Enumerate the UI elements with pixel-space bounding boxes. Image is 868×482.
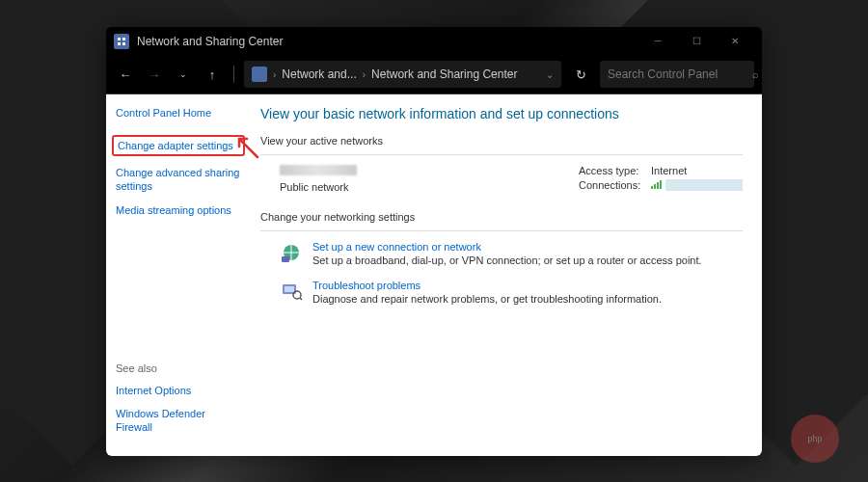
svg-rect-1 [122,38,125,40]
search-input[interactable] [608,67,752,81]
svg-rect-2 [118,42,121,45]
arrow-annotation-icon [233,133,262,162]
network-name-redacted [280,165,357,175]
sidebar-change-adapter-link[interactable]: Change adapter settings [112,135,245,156]
content-area: Control Panel Home Change adapter settin… [106,94,762,456]
breadcrumb[interactable]: › Network and... › Network and Sharing C… [244,61,561,88]
watermark-icon: php [791,415,839,463]
active-networks-label: View your active networks [260,135,743,147]
refresh-button[interactable]: ↻ [567,61,594,88]
access-type-label: Access type: [579,165,651,176]
setup-connection-link[interactable]: Set up a new connection or network [312,241,702,253]
network-type: Public network [280,181,540,193]
svg-rect-0 [118,38,121,40]
chevron-right-icon: › [273,69,276,80]
search-box[interactable]: ⌕ [600,61,754,88]
maximize-button[interactable]: ☐ [677,27,716,56]
sidebar-advanced-sharing-link[interactable]: Change advanced sharing settings [116,166,241,194]
svg-rect-7 [285,286,294,292]
see-also-label: See also [116,362,241,374]
titlebar: Network and Sharing Center ─ ☐ ✕ [106,27,762,56]
svg-point-8 [293,291,301,299]
sidebar-home-link[interactable]: Control Panel Home [116,106,241,120]
breadcrumb-icon [252,67,267,82]
svg-rect-5 [282,256,289,262]
change-settings-label: Change your networking settings [260,211,743,223]
network-info: Public network Access type: Internet Con… [260,165,743,194]
close-button[interactable]: ✕ [716,27,754,56]
main-panel: View your basic network information and … [251,94,762,456]
divider [260,154,743,155]
forward-button[interactable]: → [143,63,166,86]
troubleshoot-item: Troubleshoot problems Diagnose and repai… [260,280,743,305]
chevron-down-icon[interactable]: ⌄ [546,69,554,80]
globe-network-icon [280,241,303,264]
window: Network and Sharing Center ─ ☐ ✕ ← → ⌄ ↑… [106,27,762,456]
up-button[interactable]: ↑ [201,63,224,86]
control-panel-icon [114,34,129,49]
window-title: Network and Sharing Center [137,35,283,48]
recent-dropdown-icon[interactable]: ⌄ [172,63,195,86]
access-type-value: Internet [651,165,687,176]
back-button[interactable]: ← [114,63,137,86]
minimize-button[interactable]: ─ [638,27,677,56]
page-title: View your basic network information and … [260,106,743,121]
breadcrumb-seg-1[interactable]: Network and... [282,67,356,81]
troubleshoot-icon [280,280,303,303]
setup-connection-item: Set up a new connection or network Set u… [260,241,743,266]
connections-label: Connections: [579,179,651,191]
chevron-right-icon: › [363,69,366,80]
svg-line-9 [300,298,302,300]
setup-connection-desc: Set up a broadband, dial-up, or VPN conn… [312,254,702,266]
search-icon: ⌕ [752,68,759,80]
sidebar-media-streaming-link[interactable]: Media streaming options [116,203,241,217]
sidebar-internet-options-link[interactable]: Internet Options [116,384,241,397]
divider [260,230,743,231]
sidebar-firewall-link[interactable]: Windows Defender Firewall [116,407,241,435]
wifi-signal-icon [651,180,662,189]
connection-name-redacted[interactable] [665,179,743,191]
svg-rect-3 [122,42,125,45]
breadcrumb-seg-2[interactable]: Network and Sharing Center [371,67,517,81]
troubleshoot-link[interactable]: Troubleshoot problems [312,280,662,291]
troubleshoot-desc: Diagnose and repair network problems, or… [312,293,662,305]
navbar: ← → ⌄ ↑ › Network and... › Network and S… [106,56,762,94]
sidebar: Control Panel Home Change adapter settin… [106,94,251,456]
